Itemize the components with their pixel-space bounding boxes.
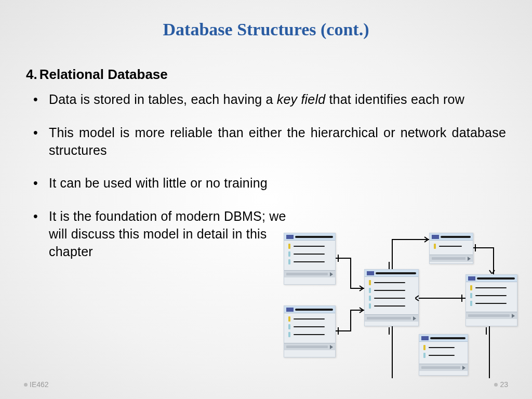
- bullet-text: This model is more reliable than either …: [49, 125, 506, 157]
- footer-right: 23: [494, 380, 508, 389]
- bullet-text: It can be used with little or no trainin…: [49, 176, 268, 190]
- list-item: Data is stored in tables, each having a …: [26, 91, 506, 109]
- relational-diagram-icon: [278, 233, 523, 378]
- footer-left: IE462: [24, 380, 49, 389]
- list-item: This model is more reliable than either …: [26, 124, 506, 159]
- list-item: It is the foundation of modern DBMS; we …: [26, 208, 307, 260]
- list-item: It can be used with little or no trainin…: [26, 175, 506, 192]
- slide-title: Database Structures (cont.): [26, 20, 506, 39]
- bullet-text: It is the foundation of modern DBMS; we …: [49, 209, 286, 259]
- slide-footer: IE462 23: [0, 380, 532, 389]
- bullet-text: that identifies each row: [325, 92, 464, 107]
- slide: Database Structures (cont.) 4.Relational…: [0, 0, 532, 399]
- heading-number: 4.: [26, 66, 37, 82]
- bullet-text: Data is stored in tables, each having a: [49, 92, 277, 107]
- bullet-dot-icon: [494, 383, 498, 387]
- heading-text: Relational Database: [39, 66, 168, 82]
- section-heading: 4.Relational Database: [26, 66, 506, 83]
- bullet-emphasis: key field: [277, 92, 326, 107]
- course-code: IE462: [30, 380, 49, 389]
- bullet-dot-icon: [24, 383, 28, 387]
- page-number: 23: [500, 380, 508, 389]
